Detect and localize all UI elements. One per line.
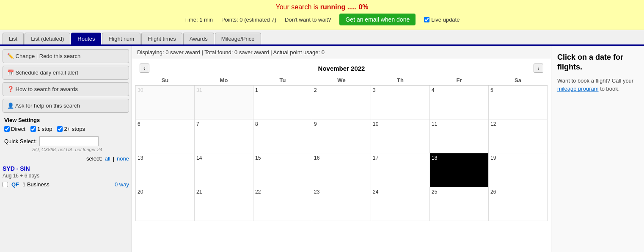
day-header-we: We [312,75,371,86]
live-update-label[interactable]: Live update [424,17,460,23]
calendar-main: Displaying: 0 saver award | Total found:… [132,46,551,252]
calendar-day-cell[interactable]: 4 [430,86,489,119]
direct-checkbox[interactable] [4,126,10,132]
calendar-day-cell[interactable]: 30 [136,86,195,119]
content-area: Displaying: 0 saver award | Total found:… [132,46,644,252]
calendar-week-row: 6789101112 [136,119,548,153]
calendar-day-cell[interactable]: 11 [430,119,489,153]
calendar-container: Displaying: 0 saver award | Total found:… [132,46,644,252]
live-update-text: Live update [431,17,460,23]
calendar-day-cell[interactable]: 25 [430,187,489,221]
calendar-day-cell[interactable]: 13 [136,153,195,187]
two-plus-checkbox[interactable] [57,126,63,132]
live-update-checkbox[interactable] [424,17,429,22]
calendar-day-cell[interactable]: 23 [312,187,371,221]
next-month-button[interactable]: › [534,64,543,73]
status-text: Your search is running ..... 0% [0,3,644,11]
info-panel: Click on a date for flights. Want to boo… [551,46,644,252]
calendar-day-cell[interactable]: 5 [489,86,548,119]
email-when-done-button[interactable]: Get an email when done [339,14,416,25]
flight-select-checkbox[interactable] [3,182,8,187]
info-panel-body: Want to book a flight? Call your mileage… [557,77,638,93]
calendar-wrapper: ‹ November 2022 › Su Mo Tu We Th [132,59,551,223]
day-header-tu: Tu [253,75,312,86]
info-row: Time: 1 min Points: 0 (estimated 7) Don'… [0,14,644,25]
display-bar: Displaying: 0 saver award | Total found:… [132,46,551,59]
calendar-day-cell[interactable]: 19 [489,153,548,187]
direct-checkbox-label[interactable]: Direct [4,126,25,132]
quick-select-label: Quick Select: [4,138,37,144]
select-label: select: [86,155,102,162]
calendar-day-cell[interactable]: 15 [253,153,312,187]
calendar-day-cell[interactable]: 16 [312,153,371,187]
select-row: select: all | none [3,155,129,162]
calendar-day-cell[interactable]: 18 [430,153,489,187]
calendar-day-cell[interactable]: 31 [195,86,253,119]
info-panel-title: Click on a date for flights. [557,53,638,72]
select-all-link[interactable]: all [105,155,110,162]
airline-label: QF [11,181,19,188]
prev-month-button[interactable]: ‹ [140,64,149,73]
calendar-day-cell[interactable]: 7 [195,119,253,153]
calendar-day-cell[interactable]: 6 [136,119,195,153]
calendar-day-cell[interactable]: 26 [489,187,548,221]
calendar-header-row: Su Mo Tu We Th Fr Sa [136,75,548,86]
one-stop-checkbox-label[interactable]: 1 stop [30,126,52,132]
day-header-fr: Fr [430,75,489,86]
schedule-email-button[interactable]: 📅 Schedule daily email alert [3,66,129,80]
status-prefix: Your search is [275,3,320,11]
calendar-day-cell[interactable]: 12 [489,119,548,153]
calendar-day-cell[interactable]: 24 [371,187,430,221]
calendar-nav: ‹ November 2022 › [135,61,548,75]
calendar-week-row: 303112345 [136,86,548,119]
mileage-program-link[interactable]: mileage program [557,86,599,92]
calendar-table: Su Mo Tu We Th Fr Sa 3031123456789101112… [135,75,548,221]
day-header-th: Th [371,75,430,86]
direct-label: Direct [11,126,25,132]
tab-list[interactable]: List [3,33,24,44]
tabs-bar: List List (detailed) Routes Flight num F… [0,30,644,46]
cabin-label: 1 Business [22,181,50,188]
view-settings-title: View Settings [4,117,129,123]
sidebar: ✏️ Change | Redo this search 📅 Schedule … [0,46,132,252]
quick-select-input[interactable] [39,136,99,146]
calendar-day-cell[interactable]: 10 [371,119,430,153]
calendar-day-cell[interactable]: 2 [312,86,371,119]
top-banner: Your search is running ..... 0% Time: 1 … [0,0,644,30]
tab-awards[interactable]: Awards [183,33,214,44]
calendar-day-cell[interactable]: 8 [253,119,312,153]
tab-routes[interactable]: Routes [71,33,101,44]
calendar-week-row: 13141516171819 [136,153,548,187]
day-header-su: Su [136,75,195,86]
calendar-day-cell[interactable]: 14 [195,153,253,187]
tab-mileage-price[interactable]: Mileage/Price [215,33,261,44]
calendar-day-cell[interactable]: 22 [253,187,312,221]
day-header-mo: Mo [195,75,253,86]
main-layout: ✏️ Change | Redo this search 📅 Schedule … [0,46,644,252]
tab-flight-num[interactable]: Flight num [102,33,140,44]
flight-row: QF 1 Business 0 way [3,181,129,188]
two-plus-checkbox-label[interactable]: 2+ stops [57,126,85,132]
select-none-link[interactable]: none [117,155,129,162]
points-label: Points: 0 (estimated 7) [221,17,276,23]
stops-filter-row: Direct 1 stop 2+ stops [4,126,129,132]
calendar-day-cell[interactable]: 1 [253,86,312,119]
tab-flight-times[interactable]: Flight times [141,33,182,44]
tab-list-detailed[interactable]: List (detailed) [25,33,70,44]
one-stop-checkbox[interactable] [30,126,36,132]
calendar-day-cell[interactable]: 9 [312,119,371,153]
status-running: running ..... 0% [320,3,369,11]
ask-help-button[interactable]: 👤 Ask for help on this search [3,99,129,113]
calendar-day-cell[interactable]: 21 [195,187,253,221]
change-redo-button[interactable]: ✏️ Change | Redo this search [3,49,129,63]
route-label: SYD - SIN [3,165,129,172]
calendar-day-cell[interactable]: 17 [371,153,430,187]
way-label: 0 way [115,181,129,188]
calendar-day-cell[interactable]: 20 [136,187,195,221]
one-stop-label: 1 stop [37,126,52,132]
two-plus-label: 2+ stops [64,126,85,132]
quick-select-hint: SQ, CX888, not UA, not longer 24 [32,147,129,152]
day-header-sa: Sa [489,75,548,86]
calendar-day-cell[interactable]: 3 [371,86,430,119]
how-to-search-button[interactable]: ❓ How to search for awards [3,82,129,96]
